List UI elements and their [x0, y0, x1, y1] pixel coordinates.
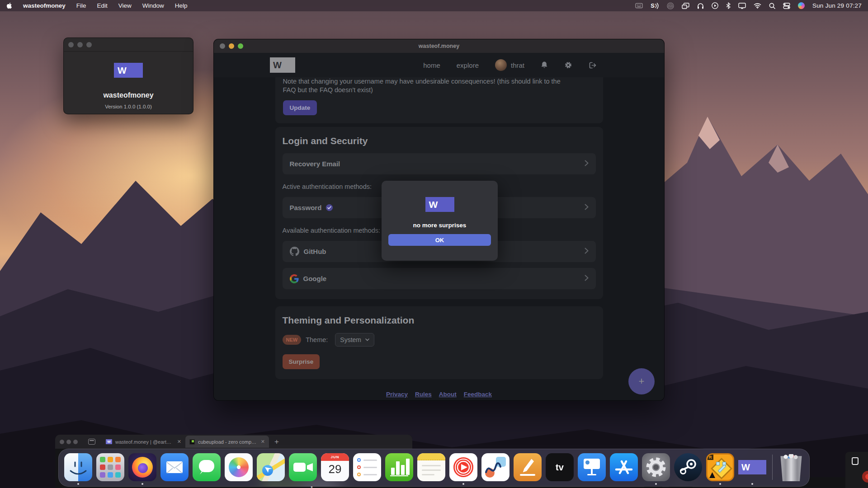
dock-icon-app-store[interactable] [610, 453, 638, 481]
keyboard-brightness-icon[interactable] [635, 2, 643, 10]
search-icon[interactable] [769, 2, 775, 10]
dock-icon-geometry-dash[interactable]: R [706, 453, 734, 481]
privacy-link[interactable]: Privacy [386, 391, 408, 398]
nav-user[interactable]: thrat [495, 59, 524, 71]
new-tab-button[interactable]: + [274, 437, 279, 446]
nav-home-link[interactable]: home [423, 61, 440, 69]
browser-minimize-button[interactable] [66, 440, 71, 444]
about-window: W wasteofmoney Version 1.0.0 (1.0.0) [63, 38, 193, 114]
dock-icon-launchpad[interactable] [96, 453, 124, 481]
browser-zoom-button[interactable] [73, 440, 78, 444]
logout-icon[interactable] [589, 61, 597, 69]
dialog-message: no more surprises [413, 222, 467, 229]
menu-window[interactable]: Window [142, 2, 164, 9]
airdrop-icon[interactable] [667, 2, 674, 10]
dock-icon-facetime[interactable] [289, 453, 317, 481]
theme-select[interactable]: System [335, 333, 374, 347]
menubar-app-name[interactable]: wasteofmoney [23, 2, 66, 9]
about-close-button[interactable] [68, 42, 74, 47]
dock-icon-calendar[interactable]: JUN 29 [321, 453, 349, 481]
about-minimize-button[interactable] [77, 42, 83, 47]
background-window-corner [845, 452, 868, 488]
shazam-listening-icon[interactable]: S [651, 2, 659, 10]
wifi-icon[interactable] [754, 2, 761, 10]
new-post-fab[interactable]: + [628, 368, 655, 394]
menu-help[interactable]: Help [175, 2, 188, 9]
dock-icon-photos[interactable] [225, 453, 253, 481]
menu-edit[interactable]: Edit [97, 2, 108, 9]
dock: JUN 29 [58, 449, 810, 487]
dock-icon-apple-tv[interactable]: tv [546, 453, 574, 481]
control-center-icon[interactable] [783, 2, 790, 10]
window-titlebar[interactable]: wasteof.money [214, 39, 664, 53]
dock-icon-keynote[interactable] [578, 453, 606, 481]
dock-icon-trash[interactable] [778, 453, 804, 481]
browser-tab-bar: W wasteof.money | @earthdevs ✕ cubeuploa… [55, 435, 412, 449]
new-badge: NEW [283, 335, 302, 345]
user-avatar [495, 59, 507, 71]
chevron-right-icon [585, 160, 589, 168]
username-note: Note that changing your username may hav… [283, 77, 595, 94]
about-app-name: wasteofmoney [103, 91, 153, 99]
rules-link[interactable]: Rules [415, 391, 432, 398]
surprise-button[interactable]: Surprise [283, 354, 320, 369]
notifications-bell-icon[interactable] [541, 61, 548, 69]
dialog-ok-button[interactable]: OK [388, 234, 491, 246]
chevron-right-icon [585, 275, 589, 283]
page-footer: Privacy Rules About Feedback [275, 391, 603, 398]
dock-icon-steam[interactable] [674, 453, 702, 481]
nav-explore-link[interactable]: explore [457, 61, 479, 69]
recovery-email-row[interactable]: Recovery Email [283, 153, 596, 174]
tab-close-icon[interactable]: ✕ [261, 439, 265, 445]
browser-close-button[interactable] [60, 440, 64, 444]
tab-overview-icon[interactable] [88, 439, 95, 445]
dock-icon-system-settings[interactable] [642, 453, 670, 481]
dock-icon-youtube-music[interactable] [449, 453, 477, 481]
site-logo[interactable]: W [270, 57, 295, 73]
tab-title: wasteof.money | @earthdevs [115, 439, 174, 445]
browser-tab-wasteofmoney[interactable]: W wasteof.money | @earthdevs ✕ [102, 436, 185, 448]
menu-file[interactable]: File [76, 2, 86, 9]
select-caret-icon [365, 338, 369, 341]
theme-label: Theme: [306, 336, 328, 343]
dock-icon-freeform[interactable] [481, 453, 509, 481]
feedback-link[interactable]: Feedback [464, 391, 492, 398]
github-icon [290, 247, 299, 256]
about-window-titlebar [64, 38, 193, 52]
bluetooth-icon[interactable] [726, 2, 731, 10]
about-app-logo: W [114, 63, 143, 78]
verified-check-icon [326, 204, 333, 211]
screen-mirroring-icon[interactable] [682, 2, 689, 10]
headphones-icon[interactable] [697, 2, 704, 10]
dock-icon-maps[interactable] [257, 453, 285, 481]
dock-icon-reminders[interactable] [353, 453, 381, 481]
menu-bar: wasteofmoney File Edit View Window Help … [0, 0, 868, 11]
update-button[interactable]: Update [283, 100, 317, 115]
apple-menu-icon[interactable] [6, 2, 12, 10]
play-circle-icon[interactable] [712, 2, 718, 10]
display-icon[interactable] [738, 2, 746, 10]
google-row[interactable]: Google [283, 268, 596, 289]
siri-icon[interactable] [798, 2, 805, 9]
dock-icon-messages[interactable] [193, 453, 221, 481]
site-navbar: W home explore thrat [214, 53, 664, 77]
tab-close-icon[interactable]: ✕ [177, 439, 181, 445]
about-zoom-button[interactable] [86, 42, 92, 47]
tab-title: cubeupload - zero compression [198, 439, 258, 445]
dock-icon-firefox[interactable] [128, 453, 156, 481]
desktop: wasteofmoney File Edit View Window Help … [0, 0, 868, 488]
dock-icon-mail[interactable] [160, 453, 189, 481]
menubar-clock[interactable]: Sun Jun 29 07:27 [812, 2, 862, 9]
dock-icon-finder[interactable] [64, 453, 92, 481]
dock-icon-numbers[interactable] [385, 453, 413, 481]
browser-tab-cubeupload[interactable]: cubeupload - zero compression ✕ [185, 436, 269, 448]
dock-icon-wasteofmoney[interactable]: W [738, 453, 766, 481]
settings-gear-icon[interactable] [564, 61, 572, 69]
menu-view[interactable]: View [118, 2, 132, 9]
dock-icon-notes[interactable] [417, 453, 445, 481]
unknown-app-glyph [852, 457, 859, 465]
google-icon [290, 274, 299, 283]
window-title: wasteof.money [214, 43, 664, 49]
dock-icon-pages[interactable] [514, 453, 542, 481]
about-link[interactable]: About [439, 391, 457, 398]
